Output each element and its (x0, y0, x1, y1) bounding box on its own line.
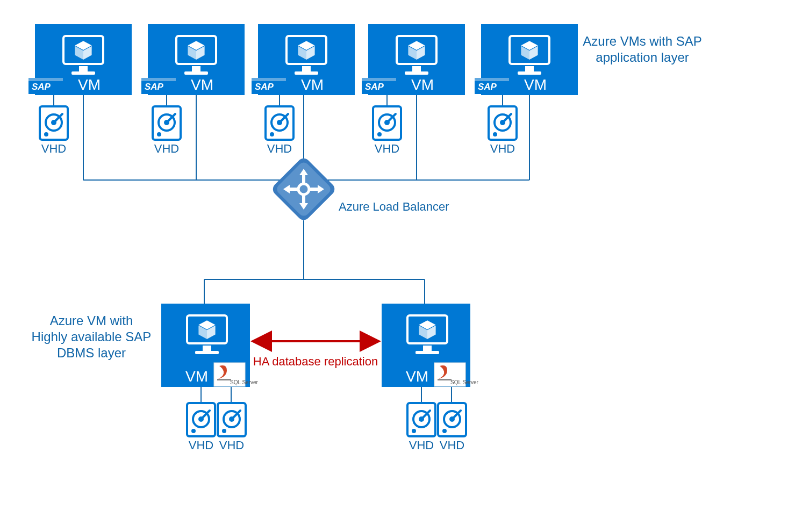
svg-text:SQL Server: SQL Server (230, 379, 259, 385)
disk-icon (438, 403, 466, 436)
disk-icon (187, 403, 215, 436)
svg-rect-58 (423, 346, 432, 351)
svg-text:SAP: SAP (145, 82, 164, 92)
app-vm-3: VM SAP (252, 24, 355, 95)
db-vhd-2b: VHD (438, 403, 466, 452)
vm-label: VM (78, 76, 101, 93)
disk-icon (407, 403, 435, 436)
svg-text:SAP: SAP (365, 82, 384, 92)
vm-label: VM (411, 76, 434, 93)
vm-label: VM (406, 368, 428, 385)
vhd-label: VHD (267, 142, 292, 155)
db-vhd-row: VHD VHD VHD VHD (187, 403, 466, 452)
load-balancer-icon (270, 156, 337, 222)
app-layer-label-2: application layer (596, 50, 689, 64)
app-vm-4: VM SAP (362, 24, 465, 95)
app-layer-label-1: Azure VMs with SAP (583, 34, 701, 48)
app-vhd-row: VHD VHD VHD VHD VHD (40, 106, 517, 155)
app-vm-2: VM SAP (141, 24, 245, 95)
vm-label: VM (191, 76, 213, 93)
app-vhd-4: VHD (373, 106, 401, 155)
disk-icon (40, 106, 68, 140)
disk-icon (373, 106, 401, 140)
db-vm-row: VM SQL Server VM SQL Server (161, 304, 479, 387)
svg-rect-55 (195, 351, 219, 354)
app-vhd-1: VHD (40, 106, 68, 155)
vm-label: VM (524, 76, 547, 93)
sql-server-badge: SQL Server (434, 363, 479, 386)
db-vhd-1a: VHD (187, 403, 215, 452)
vhd-label: VHD (154, 142, 179, 155)
dbms-label-3: DBMS layer (57, 346, 126, 360)
svg-rect-54 (203, 346, 211, 351)
svg-text:SQL Server: SQL Server (450, 379, 479, 385)
db-vhd-2a: VHD (407, 403, 435, 452)
vhd-label: VHD (440, 438, 464, 452)
vhd-label: VHD (189, 438, 213, 452)
disk-icon (153, 106, 181, 140)
svg-text:SAP: SAP (255, 82, 274, 92)
vm-label: VM (185, 368, 208, 385)
app-vhd-3: VHD (266, 106, 293, 155)
disk-icon (266, 106, 293, 140)
disk-icon (489, 106, 517, 140)
dbms-label-1: Azure VM with (50, 313, 133, 328)
vhd-label: VHD (375, 142, 399, 155)
db-vhd-1b: VHD (218, 403, 246, 452)
app-vm-1: VM SAP (28, 24, 132, 95)
app-vm-5: VM SAP (475, 24, 578, 95)
load-balancer-label: Azure Load Balancer (339, 200, 449, 213)
dbms-label-2: Highly available SAP (32, 329, 152, 344)
vhd-label: VHD (409, 438, 434, 452)
db-vm-2: VM SQL Server (382, 304, 479, 387)
app-vm-row: VM SAP VM SAP VM SAP VM SAP VM (28, 24, 578, 95)
app-vhd-2: VHD (153, 106, 181, 155)
replication-label: HA database replication (253, 355, 378, 368)
vm-label: VM (301, 76, 324, 93)
disk-icon (218, 403, 246, 436)
svg-text:SAP: SAP (32, 82, 51, 92)
db-vm-1: VM SQL Server (161, 304, 259, 387)
vhd-label: VHD (490, 142, 515, 155)
vhd-label: VHD (219, 438, 244, 452)
svg-text:SAP: SAP (478, 82, 497, 92)
svg-rect-59 (416, 351, 439, 354)
app-vhd-5: VHD (489, 106, 517, 155)
sql-server-badge: SQL Server (214, 363, 259, 386)
vhd-label: VHD (41, 142, 66, 155)
